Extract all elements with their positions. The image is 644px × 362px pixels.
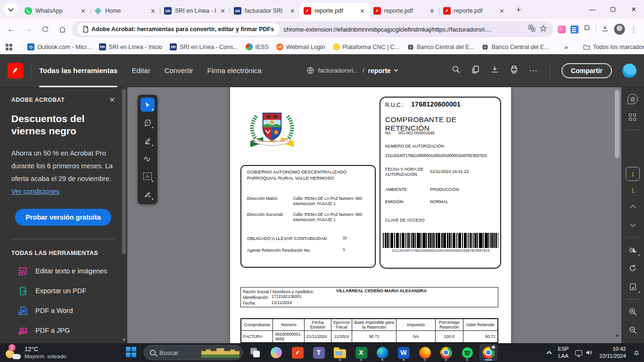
- back-button[interactable]: ←: [4, 22, 19, 37]
- text-box-tool-button[interactable]: A: [140, 169, 155, 183]
- browser-menu-kebab-icon[interactable]: ⋮: [630, 25, 637, 34]
- home-button[interactable]: [55, 22, 70, 37]
- language-indicator[interactable]: ESP LAA: [558, 346, 569, 360]
- acrobat-logo[interactable]: [8, 63, 24, 79]
- translate-icon[interactable]: [528, 25, 536, 34]
- tab-close-icon[interactable]: ✕: [149, 8, 157, 15]
- copy-pages-icon[interactable]: [471, 65, 480, 76]
- menu-all-tools[interactable]: Todas las herramientas: [39, 54, 117, 87]
- next-page-button[interactable]: [626, 219, 640, 231]
- start-button[interactable]: [123, 344, 140, 361]
- comment-tool-button[interactable]: [140, 115, 155, 130]
- tab-search-button[interactable]: [4, 3, 18, 16]
- menu-esign[interactable]: Firma electrónica: [207, 54, 262, 87]
- scroll-down-arrow-icon[interactable]: ▼: [122, 337, 126, 342]
- select-tool-button[interactable]: [140, 98, 155, 112]
- tab-facturador-sri[interactable]: SRI facturador SRI ✕: [230, 3, 300, 19]
- apps-grid-icon[interactable]: [6, 44, 12, 50]
- firefox-button[interactable]: [416, 344, 434, 361]
- tool-export-pdf[interactable]: Exportar un PDF: [18, 281, 115, 301]
- chrome-active-button[interactable]: [479, 344, 497, 361]
- previous-page-button[interactable]: [626, 200, 640, 213]
- volume-icon[interactable]: [585, 349, 593, 356]
- share-button[interactable]: Compartir: [561, 63, 612, 78]
- bookmark-star-icon[interactable]: [539, 25, 547, 34]
- all-bookmarks[interactable]: Todos los marcadores: [583, 44, 644, 50]
- print-icon[interactable]: [510, 65, 519, 76]
- excel-button[interactable]: X: [352, 344, 370, 361]
- tab-close-icon[interactable]: ✕: [359, 8, 366, 15]
- task-view-button[interactable]: [246, 344, 264, 361]
- tab-reporte-pdf-3[interactable]: reporte.pdf ✕: [439, 3, 509, 19]
- rotate-page-button[interactable]: [626, 262, 640, 274]
- menu-convert[interactable]: Convertir: [165, 54, 193, 87]
- promo-conditions-link[interactable]: Ver condiciones: [11, 188, 59, 195]
- chrome-button[interactable]: [437, 344, 455, 361]
- new-tab-button[interactable]: +: [512, 3, 525, 16]
- pdf-app-button[interactable]: [289, 344, 306, 361]
- tab-close-icon[interactable]: ✕: [80, 8, 87, 15]
- account-avatar[interactable]: [622, 64, 636, 78]
- tool-edit-text-images[interactable]: Editar texto e imágenes: [18, 261, 115, 281]
- download-icon[interactable]: [490, 65, 499, 76]
- theme-toggle-button[interactable]: [626, 244, 640, 256]
- clock[interactable]: 10:42 22/11/2024: [599, 346, 626, 360]
- sidebar-scrollbar[interactable]: ▼: [122, 88, 126, 337]
- network-display-icon[interactable]: [575, 350, 582, 355]
- comments-panel-button[interactable]: @: [626, 93, 640, 105]
- scroll-down-arrow-icon[interactable]: ▼: [614, 333, 620, 338]
- document-scrollbar[interactable]: ▼: [614, 89, 620, 342]
- bookmark-sri-consultas[interactable]: SRISRI en Línea - Cons...: [170, 43, 238, 50]
- draw-tool-button[interactable]: [140, 151, 155, 165]
- tab-close-icon[interactable]: ✕: [289, 8, 296, 15]
- window-restore-button[interactable]: [603, 0, 623, 19]
- bookmark-cnc[interactable]: Plataforma CNC | C...: [333, 43, 400, 50]
- reload-button[interactable]: [38, 22, 53, 37]
- tool-pdf-to-jpg[interactable]: PDF a JPG: [18, 321, 115, 340]
- free-trial-button[interactable]: Probar versión gratuita: [15, 209, 111, 226]
- teams-button[interactable]: T: [310, 344, 328, 361]
- page-view-button[interactable]: [626, 280, 640, 293]
- extension-title-chip[interactable]: Adobe Acrobat: herramientas para convert…: [77, 23, 280, 35]
- hidden-icons-chevron[interactable]: [547, 351, 552, 356]
- signature-tool-button[interactable]: [140, 187, 155, 201]
- translate-extension-icon[interactable]: [570, 25, 578, 33]
- tab-close-icon[interactable]: ✕: [429, 8, 436, 15]
- scrollbar-thumb[interactable]: [615, 90, 619, 158]
- page-thumbnails-button[interactable]: [626, 111, 640, 123]
- word-button[interactable]: W: [395, 344, 413, 361]
- bookmark-iess[interactable]: IESS: [246, 43, 269, 50]
- bookmark-banco-central-2[interactable]: Banco Central del E...: [482, 43, 549, 50]
- notification-bell-icon[interactable]: [633, 349, 640, 356]
- tab-sri-en-linea[interactable]: SRI SRI en Línea - Ini ✕: [160, 3, 230, 19]
- address-bar[interactable]: Adobe Acrobat: herramientas para convert…: [72, 21, 553, 37]
- taskbar-search-input[interactable]: Buscar: [144, 345, 243, 360]
- bookmark-webmail[interactable]: cPWebmail Login: [276, 43, 325, 50]
- bookmark-outlook[interactable]: OOutlook.com - Micr...: [27, 43, 91, 50]
- window-minimize-button[interactable]: —: [582, 0, 603, 19]
- tab-reporte-pdf-active[interactable]: reporte.pdf ✕: [300, 3, 370, 19]
- tool-pdf-to-word[interactable]: PDF a Word: [18, 301, 115, 321]
- copilot-button[interactable]: [267, 344, 285, 361]
- downloads-icon[interactable]: [601, 25, 609, 34]
- tab-home[interactable]: Home ✕: [91, 3, 160, 19]
- bookmarks-overflow-icon[interactable]: »: [564, 43, 568, 51]
- close-icon[interactable]: ✕: [109, 96, 115, 104]
- tab-reporte-pdf-2[interactable]: reporte.pdf ✕: [370, 3, 439, 19]
- bookmark-banco-central-1[interactable]: Banco Central del E...: [407, 43, 474, 50]
- highlighter-tool-button[interactable]: [140, 133, 155, 148]
- bookmark-sri-inicio[interactable]: SRISRI en Línea - Inicio: [99, 43, 162, 50]
- window-close-button[interactable]: ✕: [623, 0, 644, 19]
- edge-button[interactable]: [373, 344, 391, 361]
- zoom-out-button[interactable]: [626, 324, 640, 336]
- extension-icon-pink[interactable]: [558, 25, 566, 33]
- more-options-icon[interactable]: ⋯: [529, 66, 538, 76]
- extensions-puzzle-icon[interactable]: [583, 25, 591, 34]
- spotify-button[interactable]: [458, 344, 476, 361]
- file-explorer-button[interactable]: [331, 344, 349, 361]
- forward-button[interactable]: →: [21, 22, 36, 37]
- document-breadcrumb[interactable]: facturadorsri... / reporte: [306, 66, 397, 74]
- tab-close-icon[interactable]: ✕: [219, 8, 226, 15]
- profile-avatar[interactable]: [614, 24, 625, 35]
- scrollbar-thumb[interactable]: [122, 89, 126, 254]
